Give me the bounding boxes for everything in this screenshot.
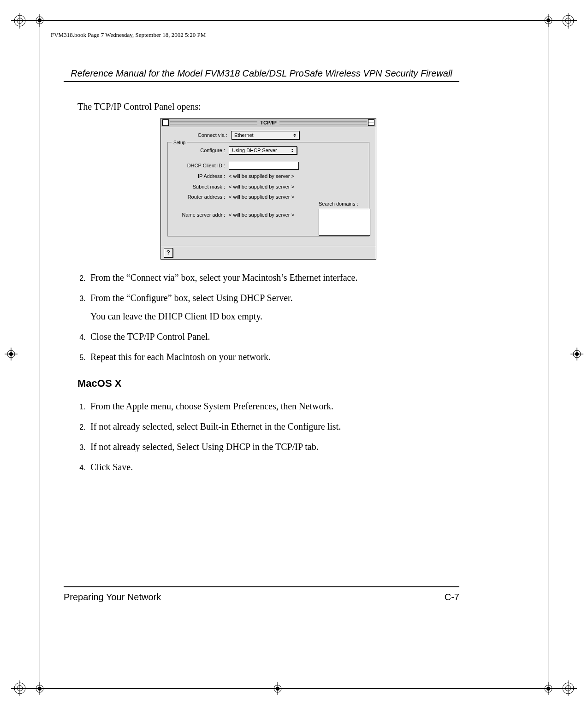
name-server-value: < will be supplied by server > — [229, 211, 294, 219]
help-button[interactable]: ? — [164, 248, 173, 257]
chevrons-icon — [290, 147, 295, 154]
name-server-label: Name server addr.: — [171, 211, 225, 219]
ip-address-label: IP Address : — [171, 172, 225, 180]
macosx-step-3: If not already selected, Select Using DH… — [88, 440, 459, 454]
step-4-text: Close the TCP/IP Control Panel. — [90, 331, 210, 342]
subnet-mask-value: < will be supplied by server > — [229, 183, 294, 191]
crosshair-icon — [5, 348, 18, 360]
tcpip-title: TCP/IP — [257, 119, 279, 127]
svg-point-33 — [9, 352, 13, 356]
intro-text: The TCP/IP Control Panel opens: — [77, 100, 459, 113]
help-icon: ? — [166, 248, 170, 257]
svg-point-4 — [563, 15, 574, 26]
step-2: From the “Connect via” box, select your … — [88, 271, 459, 284]
macosx-step-2-text: If not already selected, select Built-in… — [90, 421, 341, 431]
tcpip-control-panel: TCP/IP Connect via : Ethernet Setup — [160, 118, 376, 260]
macosx-step-4: Click Save. — [88, 460, 459, 474]
crosshair-icon — [570, 348, 583, 360]
ip-address-value: < will be supplied by server > — [229, 172, 294, 180]
footer-section: Preparing Your Network — [64, 592, 161, 603]
setup-legend: Setup — [172, 139, 187, 146]
configure-popup[interactable]: Using DHCP Server — [229, 146, 297, 154]
macosx-step-1-text: From the Apple menu, choose System Prefe… — [90, 401, 333, 411]
step-2-text: From the “Connect via” box, select your … — [90, 272, 357, 283]
dhcp-client-id-input[interactable] — [229, 162, 299, 170]
macosx-step-1: From the Apple menu, choose System Prefe… — [88, 399, 459, 413]
router-address-value: < will be supplied by server > — [229, 193, 294, 201]
registration-mark-icon — [560, 13, 576, 29]
svg-point-32 — [7, 350, 15, 358]
crop-vline-right — [548, 18, 548, 691]
book-meta-line: FVM318.book Page 7 Wednesday, September … — [51, 31, 206, 39]
running-header: Reference Manual for the Model FVM318 Ca… — [64, 68, 459, 79]
crop-vline-left — [40, 18, 40, 691]
step-4: Close the TCP/IP Control Panel. — [88, 330, 459, 343]
step-3: From the “Configure” box, select Using D… — [88, 291, 459, 323]
svg-point-36 — [573, 350, 581, 358]
section-heading-macosx: MacOS X — [77, 376, 459, 391]
svg-point-1 — [17, 18, 23, 24]
svg-point-29 — [546, 687, 550, 691]
close-box-icon[interactable] — [162, 119, 169, 126]
configure-value: Using DHCP Server — [232, 147, 277, 154]
connect-via-label: Connect via : — [167, 131, 227, 139]
tcpip-titlebar: TCP/IP — [161, 118, 376, 127]
macosx-step-2: If not already selected, select Built-in… — [88, 419, 459, 433]
router-address-label: Router address : — [171, 193, 225, 201]
steps-list-a: From the “Connect via” box, select your … — [77, 271, 459, 364]
header-rule — [64, 81, 459, 82]
configure-label: Configure : — [171, 147, 225, 154]
collapse-box-icon[interactable] — [368, 119, 374, 126]
svg-point-37 — [575, 352, 579, 356]
crosshair-icon — [542, 682, 555, 695]
svg-point-5 — [565, 18, 571, 24]
macosx-step-3-text: If not already selected, Select Using DH… — [90, 442, 319, 452]
step-5-text: Repeat this for each Macintosh on your n… — [90, 352, 271, 362]
search-domains-input[interactable] — [319, 209, 370, 236]
steps-list-b: From the Apple menu, choose System Prefe… — [77, 399, 459, 474]
footer-page-number: C-7 — [445, 592, 459, 603]
dhcp-client-id-label: DHCP Client ID : — [171, 162, 225, 170]
svg-point-28 — [545, 685, 552, 692]
footer-rule — [64, 586, 459, 587]
subnet-mask-label: Subnet mask : — [171, 183, 225, 191]
step-5: Repeat this for each Macintosh on your n… — [88, 350, 459, 364]
step-3-text: From the “Configure” box, select Using D… — [90, 293, 293, 303]
connect-via-popup[interactable]: Ethernet — [231, 131, 299, 139]
search-domains-label: Search domains : — [319, 200, 369, 208]
svg-point-0 — [14, 15, 25, 26]
registration-mark-icon — [12, 13, 28, 29]
connect-via-value: Ethernet — [234, 131, 254, 139]
chevrons-icon — [292, 131, 297, 139]
step-3-sub: You can leave the DHCP Client ID box emp… — [90, 309, 459, 323]
macosx-step-4-text: Click Save. — [90, 462, 133, 472]
